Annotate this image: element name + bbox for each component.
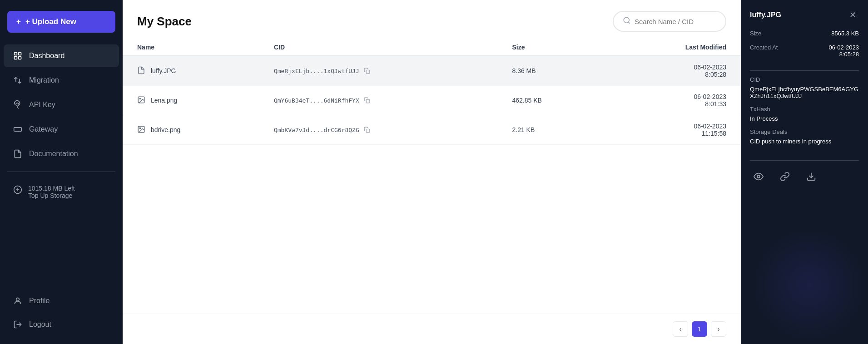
- sidebar-item-api-key[interactable]: API Key: [4, 93, 119, 116]
- download-button[interactable]: [803, 168, 820, 185]
- page-1-button[interactable]: 1: [692, 321, 707, 337]
- profile-icon: [13, 296, 23, 306]
- sidebar-profile-label: Profile: [29, 297, 50, 305]
- upload-button-label: + Upload New: [25, 17, 76, 26]
- date-cell: 06-02-20238:05:28: [609, 56, 741, 86]
- panel-header: luffy.JPG ✕: [750, 9, 859, 21]
- sidebar-migration-label: Migration: [29, 76, 59, 84]
- logout-icon: [13, 319, 23, 329]
- file-type-icon: [137, 125, 146, 134]
- file-type-icon: [137, 96, 146, 105]
- sidebar-item-gateway[interactable]: Gateway: [4, 118, 119, 141]
- cid-cell: QmY6uB34eT....6dNiRfhFYX: [274, 96, 483, 104]
- main-content: My Space Name CID Size Last Modified: [123, 0, 741, 344]
- sidebar-apikey-label: API Key: [29, 101, 55, 109]
- main-header: My Space: [123, 0, 741, 39]
- storage-left-label: 1015.18 MB Left: [28, 185, 75, 192]
- file-name: bdrive.png: [137, 125, 245, 134]
- close-panel-button[interactable]: ✕: [847, 9, 859, 21]
- svg-point-11: [624, 17, 629, 23]
- prev-page-button[interactable]: ‹: [673, 321, 688, 337]
- sidebar-gateway-label: Gateway: [29, 125, 58, 133]
- upload-new-button[interactable]: + + Upload New: [7, 11, 115, 33]
- size-label: Size: [750, 30, 761, 37]
- gateway-icon: [13, 124, 23, 134]
- panel-size-row: Size 8565.3 KB: [750, 30, 859, 37]
- col-header-size: Size: [497, 39, 608, 56]
- sidebar-divider-1: [7, 172, 115, 172]
- sidebar-dashboard-label: Dashboard: [29, 52, 64, 60]
- detail-panel: luffy.JPG ✕ Size 8565.3 KB Created At 06…: [741, 0, 868, 344]
- col-header-cid: CID: [259, 39, 498, 56]
- view-button[interactable]: [750, 168, 767, 185]
- copy-cid-button[interactable]: [363, 96, 371, 104]
- panel-background: [750, 226, 868, 344]
- table-row[interactable]: Lena.pngQmY6uB34eT....6dNiRfhFYX462.85 K…: [123, 86, 741, 115]
- col-header-modified: Last Modified: [609, 39, 741, 56]
- svg-point-15: [139, 98, 140, 99]
- copy-cid-button[interactable]: [363, 67, 371, 75]
- panel-divider-1: [750, 70, 859, 71]
- search-input[interactable]: [635, 18, 716, 25]
- pagination: ‹ 1 ›: [123, 314, 741, 344]
- documentation-icon: [13, 149, 23, 159]
- cid-cell: QmeRjxELjb....1xQJwtfUJJ: [274, 67, 483, 75]
- sidebar-item-dashboard[interactable]: Dashboard: [4, 44, 119, 67]
- panel-actions: [750, 160, 859, 185]
- panel-created-row: Created At 06-02-20238:05:28: [750, 44, 859, 58]
- svg-rect-0: [15, 53, 17, 55]
- created-at-label: Created At: [750, 44, 778, 51]
- sidebar-item-documentation[interactable]: Documentation: [4, 143, 119, 165]
- txhash-label: TxHash: [750, 106, 859, 113]
- cid-section: CID QmeRjxELjbcfbyuyPWGSBeBEM6AGYGXZhJh1…: [750, 76, 859, 99]
- cid-cell: QmbKVw7vJd....drCG6r8QZG: [274, 126, 483, 134]
- svg-point-9: [16, 298, 20, 301]
- cid-label: CID: [750, 76, 859, 83]
- storage-deals-section: Storage Deals CID push to miners in prog…: [750, 128, 859, 145]
- txhash-section: TxHash In Process: [750, 106, 859, 122]
- storage-icon: [13, 185, 23, 195]
- storage-deals-value: CID push to miners in progress: [750, 138, 859, 145]
- sidebar: + + Upload New Dashboard Migration: [0, 0, 123, 344]
- storage-topup-label: Top Up Storage: [28, 192, 75, 199]
- file-table: Name CID Size Last Modified luffy.JPGQme…: [123, 39, 741, 145]
- table-header: Name CID Size Last Modified: [123, 39, 741, 56]
- search-icon: [623, 16, 631, 26]
- cid-value: QmeRjxELjbcfbyuyPWGSBeBEM6AGYGXZhJh11xQJ…: [750, 86, 859, 99]
- table-row[interactable]: bdrive.pngQmbKVw7vJd....drCG6r8QZG2.21 K…: [123, 115, 741, 145]
- sidebar-documentation-label: Documentation: [29, 150, 78, 158]
- sidebar-item-profile[interactable]: Profile: [4, 290, 119, 312]
- file-name: Lena.png: [137, 96, 245, 105]
- file-type-icon: [137, 66, 146, 75]
- txhash-value: In Process: [750, 115, 859, 122]
- sidebar-item-logout[interactable]: Logout: [4, 313, 119, 336]
- table-row[interactable]: luffy.JPGQmeRjxELjb....1xQJwtfUJJ8.36 MB…: [123, 56, 741, 86]
- svg-rect-2: [15, 57, 17, 59]
- size-cell: 8.36 MB: [497, 56, 608, 86]
- svg-point-20: [757, 175, 760, 178]
- col-header-name: Name: [123, 39, 259, 56]
- page-title: My Space: [137, 15, 192, 29]
- next-page-button[interactable]: ›: [711, 321, 726, 337]
- date-cell: 06-02-202311:15:58: [609, 115, 741, 145]
- file-name: luffy.JPG: [137, 66, 245, 75]
- link-button[interactable]: [776, 168, 794, 185]
- svg-point-18: [139, 128, 140, 128]
- svg-rect-19: [366, 129, 370, 133]
- search-box: [613, 11, 726, 32]
- svg-rect-3: [19, 57, 21, 59]
- size-cell: 2.21 KB: [497, 115, 608, 145]
- svg-rect-1: [19, 53, 21, 55]
- file-table-body: luffy.JPGQmeRjxELjb....1xQJwtfUJJ8.36 MB…: [123, 56, 741, 145]
- migration-icon: [13, 75, 23, 85]
- file-table-area: Name CID Size Last Modified luffy.JPGQme…: [123, 39, 741, 314]
- storage-deals-label: Storage Deals: [750, 128, 859, 135]
- svg-rect-5: [14, 128, 22, 131]
- sidebar-item-migration[interactable]: Migration: [4, 69, 119, 92]
- svg-rect-16: [366, 99, 370, 103]
- storage-info[interactable]: 1015.18 MB Left Top Up Storage: [4, 178, 119, 206]
- panel-filename: luffy.JPG: [750, 11, 781, 19]
- date-cell: 06-02-20238:01:33: [609, 86, 741, 115]
- copy-cid-button[interactable]: [363, 126, 371, 134]
- svg-rect-13: [366, 70, 370, 74]
